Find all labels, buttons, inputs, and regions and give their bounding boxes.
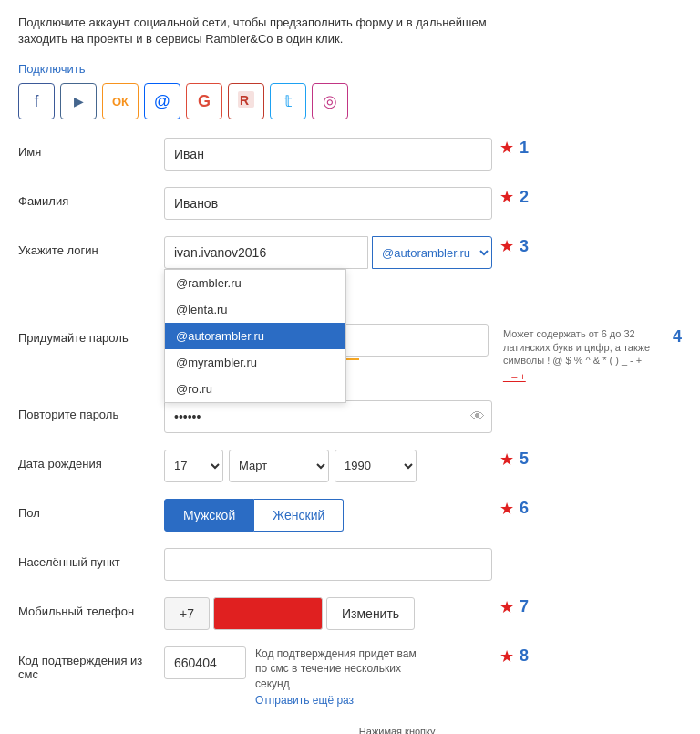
phone-row: Мобильный телефон +7 Изменить ★ 7 <box>18 597 682 630</box>
surname-suffix: ★ 2 <box>499 187 529 207</box>
login-label: Укажите логин <box>18 236 164 257</box>
rambler-icon: R <box>236 89 256 114</box>
domain-dropdown-menu: @rambler.ru @lenta.ru @autorambler.ru @m… <box>164 269 346 403</box>
phone-prefix: +7 <box>164 597 210 630</box>
ok-icon-btn[interactable]: ОК <box>102 83 139 119</box>
sms-resend-link[interactable]: Отправить ещё раз <box>255 694 354 707</box>
name-suffix: ★ 1 <box>499 138 529 158</box>
google-icon-btn[interactable]: G <box>186 83 222 119</box>
phone-wrap: +7 Изменить <box>164 597 492 630</box>
surname-badge: 2 <box>520 188 529 207</box>
gender-required-star: ★ <box>499 499 514 519</box>
password-hint-wrap: Может содержать от 6 до 32 латинских бук… <box>496 327 667 383</box>
settlement-wrap <box>164 548 492 581</box>
vk-icon-btn[interactable]: ▶ <box>60 83 97 119</box>
domain-option-rambler[interactable]: @rambler.ru <box>165 270 345 296</box>
surname-input-wrap <box>164 187 492 220</box>
domain-option-ro[interactable]: @ro.ru <box>165 376 345 402</box>
instagram-icon-btn[interactable]: ◎ <box>312 83 348 119</box>
twitter-icon-btn[interactable]: 𝕥 <box>270 83 306 119</box>
rambler-icon-btn[interactable]: R <box>228 83 264 119</box>
settlement-input[interactable] <box>164 548 492 581</box>
sms-hint-text: Код подтверждения придет вам по смс в те… <box>255 646 419 692</box>
dob-label: Дата рождения <box>18 450 164 470</box>
intro-text: Подключите аккаунт социальной сети, чтоб… <box>18 15 529 47</box>
phone-change-button[interactable]: Изменить <box>326 597 415 630</box>
toggle-password-visibility-icon[interactable]: 👁 <box>470 408 485 425</box>
password-chars-hint: _ – + <box>503 370 667 383</box>
surname-input[interactable] <box>164 187 492 220</box>
dob-badge: 5 <box>520 450 529 469</box>
dob-year-select[interactable]: 1990 <box>335 450 417 482</box>
social-icons-row: f ▶ ОК @ G R 𝕥 ◎ <box>18 83 682 119</box>
repeat-password-wrap: 👁 <box>164 400 492 433</box>
register-row: Зарегистрироваться Нажимая кнопку «Зарег… <box>18 725 682 734</box>
dob-selects-group: 17 Март 1990 <box>164 450 492 482</box>
password-suffix: Может содержать от 6 до 32 латинских бук… <box>496 327 682 383</box>
password-hint: Может содержать от 6 до 32 латинских бук… <box>503 327 667 367</box>
dob-row: Дата рождения 17 Март 1990 ★ 5 <box>18 450 682 482</box>
repeat-password-input[interactable] <box>164 400 492 433</box>
dob-required-star: ★ <box>499 450 514 470</box>
login-required-star: ★ <box>499 236 514 256</box>
login-inputs-group: @rambler.ru @lenta.ru @autorambler.ru @m… <box>164 236 492 269</box>
phone-number-input[interactable] <box>213 597 323 630</box>
register-hint: Нажимая кнопку «Зарегистрироваться», вы … <box>359 725 541 734</box>
mail-icon: @ <box>154 92 170 111</box>
sms-code-input[interactable] <box>164 646 246 679</box>
facebook-icon-btn[interactable]: f <box>18 83 55 119</box>
password-row: Придумайте пароль Может содержать от 6 д… <box>18 324 682 383</box>
settlement-row: Населённый пункт <box>18 548 682 581</box>
gender-suffix: ★ 6 <box>499 499 529 519</box>
password-label: Придумайте пароль <box>18 324 164 345</box>
ok-icon: ОК <box>112 95 129 109</box>
facebook-icon: f <box>34 92 38 111</box>
sms-row: Код подтверждения из смс Код подтвержден… <box>18 646 682 708</box>
phone-inputs-group: +7 Изменить <box>164 597 492 630</box>
phone-label: Мобильный телефон <box>18 597 164 618</box>
name-label: Имя <box>18 138 164 159</box>
sms-label: Код подтверждения из смс <box>18 646 164 681</box>
surname-row: Фамилия ★ 2 <box>18 187 682 220</box>
phone-required-star: ★ <box>499 597 514 617</box>
sms-badge: 8 <box>520 646 529 666</box>
name-row: Имя ★ 1 <box>18 138 682 171</box>
gender-badge: 6 <box>520 499 529 518</box>
domain-option-myrambler[interactable]: @myrambler.ru <box>165 349 345 376</box>
dob-day-select[interactable]: 17 <box>164 450 223 482</box>
sms-required-star: ★ <box>499 646 514 667</box>
gender-female-button[interactable]: Женский <box>254 499 344 532</box>
name-required-star: ★ <box>499 138 514 158</box>
connect-label: Подключить <box>18 62 682 76</box>
dob-month-select[interactable]: Март <box>229 450 329 482</box>
repeat-password-label: Повторите пароль <box>18 400 164 421</box>
gender-row: Пол Мужской Женский ★ 6 <box>18 499 682 532</box>
mail-icon-btn[interactable]: @ <box>144 83 180 119</box>
domain-select[interactable]: @rambler.ru @lenta.ru @autorambler.ru @m… <box>372 236 492 269</box>
phone-suffix: ★ 7 <box>499 597 529 617</box>
surname-required-star: ★ <box>499 187 514 207</box>
domain-option-lenta[interactable]: @lenta.ru <box>165 296 345 323</box>
gender-wrap: Мужской Женский <box>164 499 492 532</box>
login-badge: 3 <box>520 237 529 256</box>
dob-wrap: 17 Март 1990 <box>164 450 492 482</box>
login-row: Укажите логин @rambler.ru @lenta.ru @aut… <box>18 236 682 269</box>
dob-suffix: ★ 5 <box>499 450 529 470</box>
name-badge: 1 <box>520 139 529 158</box>
sms-suffix: ★ 8 <box>499 646 529 667</box>
settlement-label: Населённый пункт <box>18 548 164 569</box>
password-chars-red: _ – + <box>503 371 526 382</box>
domain-option-autorambler[interactable]: @autorambler.ru <box>165 323 345 349</box>
surname-label: Фамилия <box>18 187 164 208</box>
gender-buttons-group: Мужской Женский <box>164 499 492 532</box>
gender-male-button[interactable]: Мужской <box>164 499 254 532</box>
login-input-wrap: @rambler.ru @lenta.ru @autorambler.ru @m… <box>164 236 492 269</box>
gender-label: Пол <box>18 499 164 520</box>
twitter-icon: 𝕥 <box>284 91 292 111</box>
repeat-password-row: Повторите пароль 👁 <box>18 400 682 433</box>
svg-text:R: R <box>240 93 249 108</box>
google-icon: G <box>198 92 211 111</box>
password-badge: 4 <box>673 327 682 346</box>
login-input[interactable] <box>164 236 368 269</box>
name-input[interactable] <box>164 138 492 171</box>
